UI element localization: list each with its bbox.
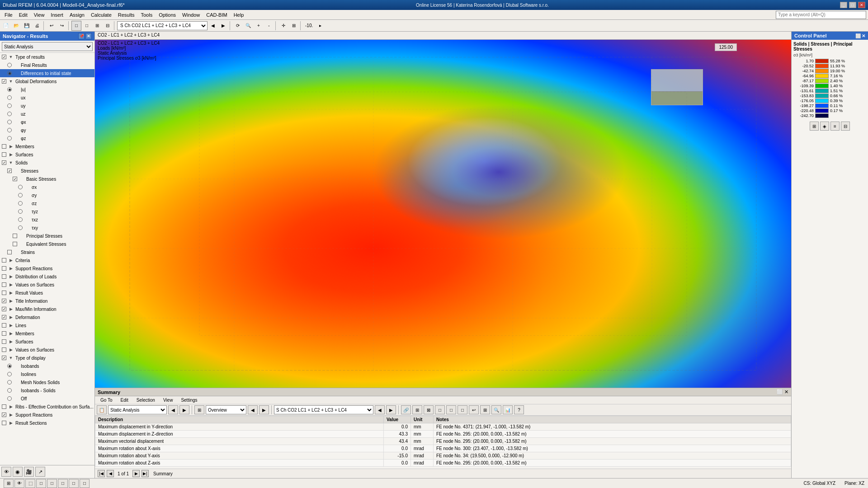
radio-button[interactable] xyxy=(18,225,23,230)
tree-item[interactable]: Off xyxy=(0,394,94,403)
radio-button[interactable] xyxy=(7,120,12,124)
summary-tab-label[interactable]: Summary xyxy=(98,389,120,395)
sum-tool-6[interactable]: □ xyxy=(458,405,467,414)
checkbox[interactable] xyxy=(2,323,6,328)
tree-item[interactable]: Mesh Nodes Solids xyxy=(0,378,94,386)
viewport[interactable]: 125.00 CO2 - LC1 + LC2 + LC3 + LC4 Loads… xyxy=(95,40,791,388)
status-btn-8[interactable]: □ xyxy=(80,479,90,488)
radio-button[interactable] xyxy=(7,380,12,385)
checkbox[interactable] xyxy=(2,152,6,157)
table-row[interactable]: Maximum rotation about Z-axis0.0mradFE n… xyxy=(95,460,791,467)
radio-button[interactable] xyxy=(18,193,23,197)
summary-analysis-select[interactable]: Static Analysis xyxy=(108,405,167,414)
sum-tool-5[interactable]: □ xyxy=(446,405,456,414)
summary-menu-selection[interactable]: Selection xyxy=(133,397,159,403)
sum-combo-prev[interactable]: ◀ xyxy=(375,405,385,414)
radio-button[interactable] xyxy=(18,217,23,222)
checkbox[interactable]: ✓ xyxy=(7,169,12,173)
new-button[interactable]: 📄 xyxy=(1,21,11,31)
nav-pin-button[interactable]: 📌 xyxy=(78,33,85,39)
table-row[interactable]: Maximum rotation about Y-axis-15.0mradFE… xyxy=(95,452,791,460)
nav-arrow-button[interactable]: ↗ xyxy=(35,467,45,477)
checkbox[interactable] xyxy=(13,242,17,246)
status-btn-1[interactable]: ⊞ xyxy=(4,479,14,488)
summary-expand-button[interactable]: ⬜ xyxy=(777,389,783,395)
menu-file[interactable]: File xyxy=(2,11,15,19)
tree-item[interactable]: Strains xyxy=(0,248,94,256)
status-btn-2[interactable]: 👁 xyxy=(14,479,24,488)
minimize-button[interactable]: _ xyxy=(840,2,847,8)
tree-item[interactable]: ✓Stresses xyxy=(0,167,94,175)
tree-item[interactable]: ▶Support Reactions xyxy=(0,264,94,272)
cp-expand-button[interactable]: ⬜ xyxy=(855,33,861,38)
checkbox[interactable]: ✓ xyxy=(13,177,17,181)
checkbox[interactable]: ✓ xyxy=(2,79,6,84)
cp-btn-3[interactable]: ≡ xyxy=(830,122,840,131)
tree-item[interactable]: ▶Ribs - Effective Contribution on Surfa.… xyxy=(0,403,94,411)
table-row[interactable]: Maximum rotation about X-axis0.0mradFE n… xyxy=(95,445,791,452)
status-btn-3[interactable]: ⬚ xyxy=(25,479,35,488)
nav-analysis-select[interactable]: Static Analysis xyxy=(2,42,93,51)
summary-overview-select[interactable]: Overview xyxy=(206,405,246,414)
cp-close-button[interactable]: ✕ xyxy=(862,33,865,38)
view-btn-1[interactable]: □ xyxy=(71,21,81,31)
cp-btn-2[interactable]: ◈ xyxy=(820,122,829,131)
checkbox[interactable] xyxy=(2,339,6,344)
summary-menu-settings[interactable]: Settings xyxy=(177,397,201,403)
tree-item[interactable]: uy xyxy=(0,102,94,110)
tree-item[interactable]: ✓▼Solids xyxy=(0,159,94,167)
tree-item[interactable]: τxz xyxy=(0,216,94,224)
summary-menu-edit[interactable]: Edit xyxy=(117,397,132,403)
checkbox[interactable] xyxy=(2,266,6,271)
checkbox[interactable] xyxy=(13,234,17,238)
menu-edit[interactable]: Edit xyxy=(16,11,30,19)
prev-lc-button[interactable]: ◀ xyxy=(208,21,218,31)
open-button[interactable]: 📂 xyxy=(11,21,21,31)
sum-next-button[interactable]: ▶ xyxy=(179,405,189,414)
keyword-search-input[interactable] xyxy=(776,11,866,19)
tree-item[interactable]: σx xyxy=(0,183,94,191)
zoom-out-button[interactable]: - xyxy=(264,21,274,31)
sum-tool-8[interactable]: ⊞ xyxy=(480,405,490,414)
nav-eye-button[interactable]: 👁 xyxy=(1,467,11,477)
tree-item[interactable]: Equivalent Stresses xyxy=(0,240,94,248)
tree-item[interactable]: ✓▶Deformation xyxy=(0,313,94,321)
summary-menu-goto[interactable]: Go To xyxy=(97,397,116,403)
menu-results[interactable]: Results xyxy=(115,11,137,19)
tree-item[interactable]: Principal Stresses xyxy=(0,232,94,240)
sum-tool-3[interactable]: ⊠ xyxy=(424,405,434,414)
sum-tool-4[interactable]: □ xyxy=(435,405,445,414)
tree-item[interactable]: ▶Result Values xyxy=(0,289,94,297)
tree-item[interactable]: ✓▼Type of results xyxy=(0,53,94,61)
table-row[interactable]: Maximum displacement in Z-direction43.3m… xyxy=(95,431,791,438)
sum-tool-2[interactable]: ⊞ xyxy=(412,405,422,414)
sum-tool-1[interactable]: 🔗 xyxy=(401,405,411,414)
table-row[interactable]: Maximum displacement in Y-direction0.0mm… xyxy=(95,423,791,431)
radio-button[interactable] xyxy=(18,209,23,214)
radio-button[interactable] xyxy=(7,87,12,92)
close-button[interactable]: ✕ xyxy=(858,2,865,8)
tree-item[interactable]: φy xyxy=(0,126,94,134)
checkbox[interactable] xyxy=(2,347,6,352)
grid-button[interactable]: ⊞ xyxy=(289,21,299,31)
tree-item[interactable]: ▶Surfaces xyxy=(0,150,94,159)
tree-item[interactable]: ▶Values on Surfaces xyxy=(0,281,94,289)
nav-close-button[interactable]: ✕ xyxy=(85,33,92,39)
tree-item[interactable]: ▶Result Sections xyxy=(0,419,94,427)
tree-item[interactable]: Differences to initial state xyxy=(0,69,94,77)
checkbox[interactable]: ✓ xyxy=(2,413,6,417)
print-button[interactable]: 🖨 xyxy=(32,21,42,31)
checkbox[interactable] xyxy=(2,421,6,425)
radio-button[interactable] xyxy=(7,364,12,368)
menu-options[interactable]: Options xyxy=(156,11,179,19)
tree-item[interactable]: τxy xyxy=(0,224,94,232)
table-row[interactable]: Maximum vectorial displacement43.4mmFE n… xyxy=(95,438,791,445)
next-lc-button[interactable]: ▶ xyxy=(218,21,228,31)
checkbox[interactable] xyxy=(2,291,6,295)
checkbox[interactable]: ✓ xyxy=(2,307,6,311)
zoom-in-button[interactable]: + xyxy=(254,21,264,31)
tree-item[interactable]: |u| xyxy=(0,85,94,94)
radio-button[interactable] xyxy=(7,372,12,376)
sum-combo-next[interactable]: ▶ xyxy=(386,405,396,414)
cp-btn-4[interactable]: ⊟ xyxy=(841,122,850,131)
